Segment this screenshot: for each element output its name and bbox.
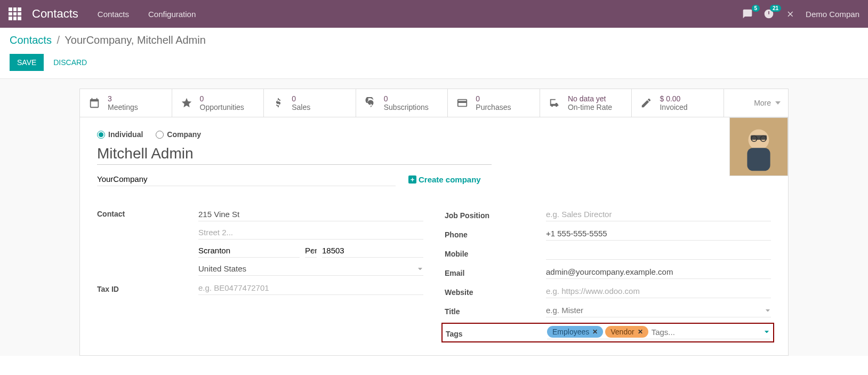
stat-label: Invoiced — [660, 103, 687, 111]
email-input[interactable] — [546, 265, 771, 279]
radio-individual[interactable]: Individual — [97, 130, 143, 139]
stat-value: 3 — [108, 94, 138, 103]
sheet-body: Individual Company + Create company — [80, 117, 788, 355]
form-wrap: 3Meetings 0Opportunities 0Sales 0Subscri… — [0, 79, 868, 356]
apps-icon[interactable] — [9, 7, 21, 20]
website-input[interactable] — [546, 284, 771, 298]
title-label: Title — [445, 305, 546, 316]
tag-remove-icon[interactable]: ✕ — [592, 328, 598, 336]
mobile-label: Mobile — [445, 248, 546, 258]
phone-field: Phone — [445, 227, 771, 241]
stat-value: 0 — [384, 94, 429, 103]
form-sheet: 3Meetings 0Opportunities 0Sales 0Subscri… — [79, 89, 789, 356]
app-brand[interactable]: Contacts — [32, 7, 78, 21]
messages-badge: 5 — [752, 5, 760, 12]
state-input[interactable] — [305, 244, 317, 258]
tags-label: Tags — [446, 328, 547, 338]
create-company-button[interactable]: + Create company — [408, 175, 481, 184]
stat-value: No data yet — [568, 94, 612, 103]
company-input[interactable] — [97, 172, 396, 186]
taxid-input[interactable] — [198, 281, 423, 295]
website-field: Website — [445, 284, 771, 298]
truck-icon — [548, 96, 561, 110]
phone-label: Phone — [445, 228, 546, 239]
fields-grid: Contact — [97, 208, 771, 342]
stat-ontime[interactable]: No data yetOn-time Rate — [540, 89, 632, 117]
nav-link-configuration[interactable]: Configuration — [148, 10, 196, 19]
svg-rect-2 — [747, 148, 770, 171]
mobile-field: Mobile — [445, 246, 771, 260]
stat-more[interactable]: More — [724, 89, 788, 117]
messages-icon[interactable]: 5 — [742, 8, 753, 20]
company-row: + Create company — [97, 172, 771, 186]
tags-input[interactable] — [650, 326, 770, 338]
left-column: Contact — [97, 208, 423, 342]
radio-individual-input[interactable] — [97, 131, 105, 139]
nav-link-contacts[interactable]: Contacts — [98, 10, 129, 19]
close-icon[interactable] — [784, 8, 796, 20]
stat-label: Meetings — [108, 103, 138, 111]
radio-company[interactable]: Company — [156, 130, 201, 139]
more-label: More — [754, 99, 771, 107]
card-icon — [455, 96, 469, 110]
job-field: Job Position — [445, 208, 771, 221]
breadcrumb-root[interactable]: Contacts — [10, 34, 52, 46]
taxid-label: Tax ID — [97, 283, 198, 293]
stat-label: Opportunities — [200, 103, 244, 111]
address-label: Contact — [97, 208, 198, 218]
radio-company-input[interactable] — [156, 131, 164, 139]
stat-label: Purchases — [476, 103, 511, 111]
address-field: Contact — [97, 208, 423, 276]
email-label: Email — [445, 267, 546, 277]
tags-field: Tags Employees ✕ Vendor ✕ — [441, 323, 774, 342]
dollar-icon — [271, 96, 285, 110]
calendar-icon — [87, 96, 101, 110]
mobile-input[interactable] — [546, 246, 771, 260]
stat-label: Sales — [292, 103, 310, 111]
zip-input[interactable] — [322, 244, 423, 258]
discard-button[interactable]: DISCARD — [53, 58, 87, 67]
country-input[interactable] — [198, 262, 423, 276]
save-button[interactable]: SAVE — [10, 54, 44, 71]
website-label: Website — [445, 286, 546, 297]
email-field: Email — [445, 265, 771, 279]
stat-meetings[interactable]: 3Meetings — [80, 89, 172, 117]
stat-value: 0 — [292, 94, 310, 103]
tag-employees[interactable]: Employees ✕ — [547, 326, 603, 338]
street2-input[interactable] — [198, 226, 423, 240]
city-input[interactable] — [198, 244, 300, 258]
job-input[interactable] — [546, 208, 771, 221]
tag-vendor[interactable]: Vendor ✕ — [605, 326, 648, 338]
plus-icon: + — [408, 175, 416, 183]
control-bar: Contacts / YourCompany, Mitchell Admin S… — [0, 28, 868, 79]
tag-label: Employees — [552, 328, 589, 336]
stat-invoiced[interactable]: $ 0.00Invoiced — [632, 89, 724, 117]
stat-value: 0 — [200, 94, 244, 103]
stat-label: Subscriptions — [384, 103, 429, 111]
tag-remove-icon[interactable]: ✕ — [638, 328, 643, 336]
stat-label: On-time Rate — [568, 103, 612, 111]
avatar[interactable] — [729, 117, 788, 176]
street-input[interactable] — [198, 208, 423, 221]
stat-buttons-row: 3Meetings 0Opportunities 0Sales 0Subscri… — [80, 89, 788, 117]
stat-value: $ 0.00 — [660, 94, 687, 103]
title-field: Title — [445, 304, 771, 317]
activity-icon[interactable]: 21 — [763, 8, 775, 20]
top-navbar: Contacts Contacts Configuration 5 21 Dem… — [0, 0, 868, 28]
breadcrumb-current: YourCompany, Mitchell Admin — [65, 34, 206, 46]
stat-subscriptions[interactable]: 0Subscriptions — [356, 89, 448, 117]
phone-input[interactable] — [546, 227, 771, 241]
stat-opportunities[interactable]: 0Opportunities — [172, 89, 264, 117]
stat-value: 0 — [476, 94, 511, 103]
stat-sales[interactable]: 0Sales — [264, 89, 356, 117]
edit-icon — [639, 96, 653, 110]
right-column: Job Position Phone Mobile Email — [445, 208, 771, 342]
title-input[interactable] — [546, 304, 771, 317]
name-input[interactable] — [97, 143, 492, 165]
chevron-down-icon — [765, 331, 769, 333]
breadcrumb-separator: / — [55, 34, 62, 46]
tags-container[interactable]: Employees ✕ Vendor ✕ — [547, 326, 770, 339]
radio-individual-label: Individual — [108, 130, 143, 139]
company-switcher[interactable]: Demo Compan — [806, 10, 859, 19]
stat-purchases[interactable]: 0Purchases — [448, 89, 540, 117]
